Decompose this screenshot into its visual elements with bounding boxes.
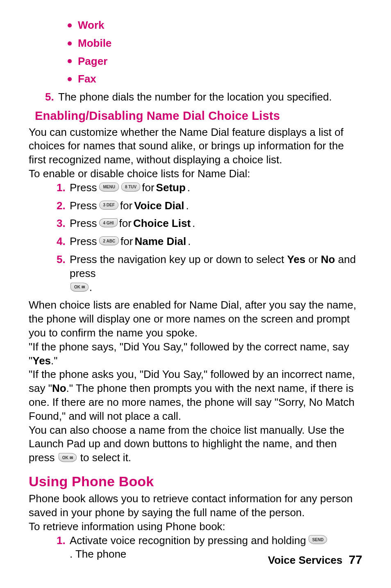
- bold-no: No: [52, 382, 66, 394]
- step-5-top: 5. The phone dials the number for the lo…: [29, 90, 362, 104]
- bold-yes: Yes: [32, 355, 51, 367]
- text: Press: [70, 217, 97, 231]
- bold-label: Setup: [156, 181, 186, 195]
- bullet-label: Fax: [78, 72, 96, 86]
- section1-lead: To enable or disable choice lists for Na…: [29, 167, 362, 181]
- bullet-label: Mobile: [78, 37, 111, 50]
- step-text: Press 3 DEF for Voice Dial.: [70, 199, 362, 213]
- bold-label: Choice List: [133, 217, 191, 231]
- bold-no: No: [321, 253, 335, 265]
- after-para-3: "If the phone asks you, "Did You Say," f…: [29, 368, 362, 423]
- text: Press: [70, 181, 97, 195]
- step-name-dial: 4. Press 2 ABC for Name Dial.: [29, 235, 362, 249]
- text: for: [120, 199, 132, 213]
- step-voice-dial: 2. Press 3 DEF for Voice Dial.: [29, 199, 362, 213]
- text: for: [120, 235, 133, 249]
- key-2-icon: 2 ABC: [99, 236, 119, 245]
- send-key-icon: SEND: [309, 535, 327, 544]
- text: ." The phone then prompts you with the n…: [29, 382, 355, 422]
- bullet-item-work: Work: [68, 18, 362, 32]
- text: or: [305, 253, 321, 265]
- text: . The phone: [70, 547, 126, 561]
- text: Press: [70, 235, 97, 249]
- page-footer: Voice Services 77: [268, 551, 362, 567]
- text: for: [119, 217, 132, 231]
- menu-key-icon: MENU: [99, 183, 118, 192]
- step-number: 3.: [57, 217, 70, 231]
- bullet-list: Work Mobile Pager Fax: [29, 18, 362, 86]
- key-4-icon: 4 GHI: [99, 218, 117, 227]
- key-8-icon: 8 TUV: [121, 183, 140, 192]
- step-choice-list: 3. Press 4 GHI for Choice List.: [29, 217, 362, 231]
- bullet-item-fax: Fax: [68, 72, 362, 86]
- text: .: [192, 217, 195, 231]
- after-para-2: "If the phone says, "Did You Say," follo…: [29, 340, 362, 368]
- step-text: Press MENU 8 TUV for Setup.: [70, 181, 362, 195]
- bullet-dot-icon: [68, 23, 72, 27]
- step-number: 1.: [57, 181, 70, 195]
- text: .: [188, 235, 191, 249]
- after-para-1: When choice lists are enabled for Name D…: [29, 298, 362, 340]
- step-number: 4.: [57, 235, 70, 249]
- text: .: [186, 199, 189, 213]
- text: .: [187, 181, 190, 195]
- text: .: [89, 281, 92, 293]
- step-number: 2.: [57, 199, 70, 213]
- key-3-icon: 3 DEF: [99, 201, 118, 210]
- bold-label: Voice Dial: [134, 199, 184, 213]
- bullet-dot-icon: [68, 59, 72, 63]
- step-setup: 1. Press MENU 8 TUV for Setup.: [29, 181, 362, 195]
- step-text: Press 2 ABC for Name Dial.: [70, 235, 362, 249]
- heading-enabling-lists: Enabling/Disabling Name Dial Choice List…: [29, 108, 362, 124]
- bold-yes: Yes: [287, 253, 305, 265]
- text: Activate voice recognition by pressing a…: [70, 534, 306, 548]
- step-text: Press the navigation key up or down to s…: [70, 253, 362, 294]
- text: for: [142, 181, 154, 195]
- step-text: Press 4 GHI for Choice List.: [70, 217, 362, 231]
- section2-lead: To retrieve information using Phone book…: [29, 520, 362, 534]
- text: to select it.: [77, 451, 132, 464]
- text: Press: [70, 199, 97, 213]
- step-text: The phone dials the number for the locat…: [58, 90, 362, 104]
- bold-label: Name Dial: [134, 235, 186, 249]
- bullet-item-pager: Pager: [68, 55, 362, 69]
- after-para-4: You can also choose a name from the choi…: [29, 423, 362, 465]
- ok-key-icon: OK ✉: [59, 453, 77, 462]
- ok-key-icon: OK ✉: [70, 283, 89, 292]
- text: Press the navigation key up or down to s…: [70, 253, 287, 265]
- heading-phone-book: Using Phone Book: [29, 472, 362, 490]
- step-number: 5.: [57, 253, 70, 267]
- bullet-dot-icon: [68, 41, 72, 46]
- page-number: 77: [346, 553, 362, 566]
- text: "If the phone says, "Did You Say," follo…: [29, 341, 349, 367]
- bullet-label: Pager: [78, 55, 107, 69]
- step-number: 1.: [57, 534, 70, 548]
- bullet-label: Work: [78, 18, 105, 32]
- bullet-dot-icon: [68, 77, 72, 81]
- step-yes-no: 5. Press the navigation key up or down t…: [29, 253, 362, 294]
- footer-label: Voice Services: [268, 554, 343, 566]
- bullet-item-mobile: Mobile: [68, 37, 362, 50]
- text: .": [51, 355, 57, 367]
- step-number: 5.: [45, 90, 58, 104]
- section1-intro: You can customize whether the Name Dial …: [29, 126, 362, 167]
- section2-intro: Phone book allows you to retrieve contac…: [29, 492, 362, 520]
